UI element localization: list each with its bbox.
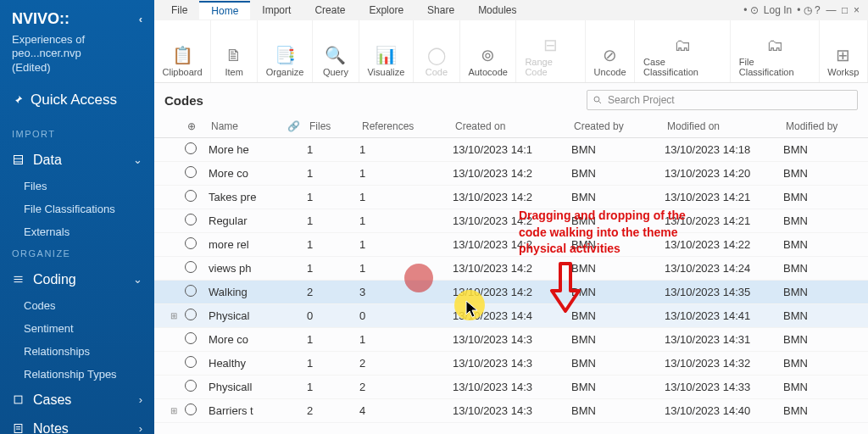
cell-created-on: 13/10/2023 14:2 [453,286,571,298]
menu-share[interactable]: Share [415,2,466,19]
table-row[interactable]: ⊞Barriers t2413/10/2023 14:3BMN13/10/202… [154,399,868,423]
table-row[interactable]: Healthy1213/10/2023 14:3BMN13/10/2023 14… [154,352,868,376]
ribbon-visualize[interactable]: 📊Visualize [359,20,414,82]
cell-name: Barriers t [209,404,285,417]
table-row[interactable]: More he1113/10/2023 14:1BMN13/10/2023 14… [154,138,868,162]
list-title: Codes [164,93,203,108]
group-notes[interactable]: Notes › [0,415,154,434]
cell-modified-by: BMN [783,333,860,346]
cell-references: 0 [359,309,453,322]
app-logo: NVIVO:: ‹ [0,7,154,33]
sidebar-item-externals[interactable]: Externals [0,220,154,243]
cell-created-on: 13/10/2023 14:3 [453,404,571,417]
table-row[interactable]: Walking2313/10/2023 14:2BMN13/10/2023 14… [154,281,868,304]
project-file: Experiences of peo...ncer.nvp (Edited) [0,33,154,83]
svg-rect-0 [14,156,23,164]
col-created-on[interactable]: Created on [453,119,571,134]
cell-created-by: BMN [571,214,665,227]
cell-references: 2 [359,357,453,370]
menu-modules[interactable]: Modules [466,2,528,19]
menu-create[interactable]: Create [303,2,357,19]
group-data[interactable]: Data ⌄ [0,146,154,175]
menu-explore[interactable]: Explore [357,2,415,19]
cell-created-on: 13/10/2023 14:2 [453,262,571,275]
code-icon [185,142,197,154]
cell-created-by: BMN [571,191,665,203]
expand-icon[interactable]: ⊞ [163,406,185,415]
table-body: More he1113/10/2023 14:1BMN13/10/2023 14… [154,138,868,423]
ribbon-uncode[interactable]: ⊘Uncode [586,20,635,82]
ribbon-range-code: ⊟Range Code [516,20,586,82]
sidebar-item-file-classifications[interactable]: File Classifications [0,198,154,220]
code-icon [185,403,197,415]
cell-references: 1 [359,333,453,346]
table-row[interactable]: ⊞Physical0013/10/2023 14:4BMN13/10/2023 … [154,304,868,328]
ribbon-file-classification[interactable]: 🗂File Classification [731,20,820,82]
cell-files: 1 [307,214,359,227]
search-input[interactable]: Search Project [587,90,858,110]
cell-files: 0 [307,309,359,322]
cell-created-on: 13/10/2023 14:3 [453,381,571,393]
brand-text: NVIVO:: [12,10,70,28]
col-created-by[interactable]: Created by [571,119,665,134]
col-modified-by[interactable]: Modified by [783,119,860,134]
ribbon-clipboard[interactable]: 📋Clipboard [154,20,211,82]
table-row[interactable]: Takes pre1113/10/2023 14:2BMN13/10/2023 … [154,186,868,209]
sidebar-item-sentiment[interactable]: Sentiment [0,317,154,340]
expand-all-icon[interactable]: ⊕ [185,119,209,134]
col-files[interactable]: Files [307,119,359,134]
ribbon-autocode[interactable]: ⊚Autocode [460,20,517,82]
cell-modified-on: 13/10/2023 14:35 [665,286,783,298]
cell-references: 1 [359,262,453,275]
cell-created-by: BMN [571,357,665,370]
col-name[interactable]: Name [209,119,285,134]
sidebar-item-relationship-types[interactable]: Relationship Types [0,363,154,386]
cell-files: 2 [307,286,359,298]
chevron-left-icon[interactable]: ‹ [139,13,142,25]
col-references[interactable]: References [359,119,453,134]
cell-name: Physical [209,309,285,322]
cell-modified-on: 13/10/2023 14:20 [665,167,783,180]
code-icon [185,261,197,273]
expand-icon[interactable]: ⊞ [163,311,185,320]
search-icon [593,95,603,105]
table-row[interactable]: Physicall1213/10/2023 14:3BMN13/10/2023 … [154,376,868,399]
ribbon-workspace[interactable]: ⊞Worksp [820,20,868,82]
cell-modified-by: BMN [783,381,860,393]
group-cases[interactable]: Cases › [0,386,154,415]
cell-references: 1 [359,238,453,251]
table-row[interactable]: more rel1113/10/2023 14:2BMN13/10/2023 1… [154,233,868,257]
cell-name: Healthy [209,357,285,370]
table-row[interactable]: More co1113/10/2023 14:2BMN13/10/2023 14… [154,162,868,186]
svg-line-11 [599,102,602,104]
quick-access[interactable]: Quick Access [0,83,154,124]
section-organize: ORGANIZE [0,243,154,265]
cell-name: Physicall [209,381,285,393]
sidebar-item-relationships[interactable]: Relationships [0,340,154,363]
code-icon [185,332,197,344]
menu-import[interactable]: Import [250,2,303,19]
group-coding[interactable]: Coding ⌄ [0,265,154,294]
ribbon-organize[interactable]: 📑Organize [258,20,313,82]
ribbon-query[interactable]: 🔍Query [313,20,359,82]
sidebar-item-codes[interactable]: Codes [0,294,154,317]
code-icon [185,380,197,392]
menu-file[interactable]: File [159,2,199,19]
table-row[interactable]: Regular1113/10/2023 14:2BMN13/10/2023 14… [154,209,868,233]
cell-modified-by: BMN [783,167,860,180]
cell-created-by: BMN [571,309,665,322]
cell-modified-by: BMN [783,238,860,251]
main: File Home Import Create Explore Share Mo… [154,0,868,434]
ribbon-case-classification[interactable]: 🗂Case Classification [635,20,731,82]
ribbon-item[interactable]: 🗎Item [211,20,258,82]
chevron-right-icon: › [139,422,142,434]
menu-home[interactable]: Home [199,1,250,19]
code-icon [185,356,197,368]
sidebar-item-files[interactable]: Files [0,175,154,198]
col-modified-on[interactable]: Modified on [665,119,783,134]
table-row[interactable]: views ph1113/10/2023 14:2BMN13/10/2023 1… [154,257,868,281]
table-row[interactable]: More co1113/10/2023 14:3BMN13/10/2023 14… [154,328,868,352]
cell-name: Regular [209,214,285,227]
cell-name: More he [209,143,285,156]
cell-created-by: BMN [571,262,665,275]
